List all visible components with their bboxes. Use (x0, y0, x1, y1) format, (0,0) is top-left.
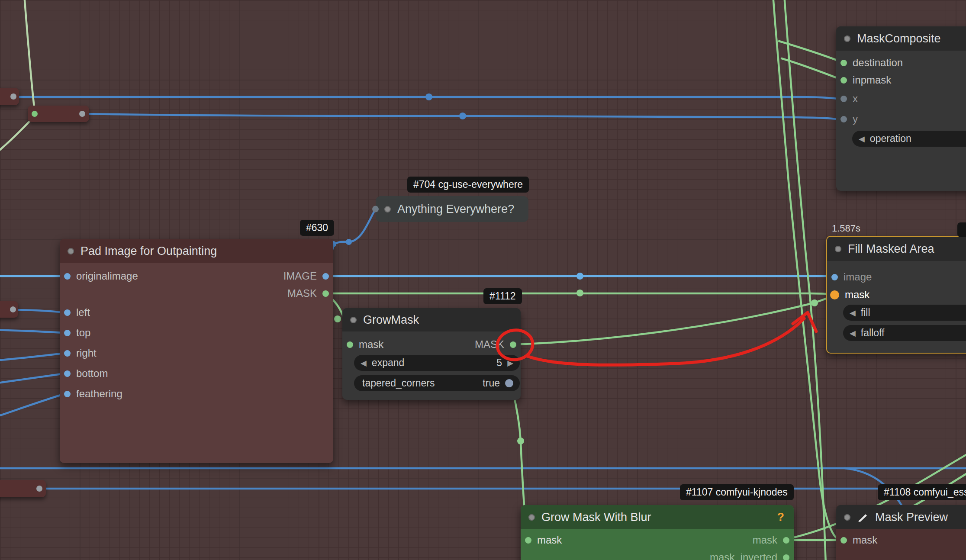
output-port-dot[interactable] (322, 273, 329, 280)
node-anything-everywhere[interactable]: Anything Everywhere? (376, 196, 528, 222)
input-port-dot[interactable] (64, 391, 71, 397)
node-id-badge: #1108 comfyui_ess (878, 484, 966, 500)
node-mask-composite[interactable]: MaskComposite destination inpmask x y ◀ … (836, 26, 966, 191)
link-dot[interactable] (425, 93, 432, 100)
wire-growmask-to-fill[interactable] (515, 295, 834, 344)
slot-input-x[interactable]: x (840, 93, 858, 105)
decrement-arrow-icon[interactable]: ◀ (361, 358, 367, 368)
output-port-dot[interactable] (783, 554, 789, 560)
input-port-dot[interactable] (840, 96, 847, 102)
collapsed-node-stub-1[interactable] (0, 88, 19, 105)
input-port-dot[interactable] (32, 111, 38, 117)
output-port-dot[interactable] (783, 537, 789, 544)
toggle-knob-icon[interactable] (505, 379, 513, 387)
slot-output-image[interactable]: IMAGE (283, 270, 329, 282)
input-port-dot[interactable] (840, 60, 847, 66)
node-titlebar[interactable]: Fill Masked Area (827, 237, 966, 261)
collapsed-node-stub-4[interactable] (0, 480, 46, 497)
slot-input-mask[interactable]: mask (525, 534, 562, 546)
input-port-dot[interactable] (347, 341, 353, 348)
node-title: Anything Everywhere? (397, 203, 514, 216)
link-dot[interactable] (334, 315, 341, 322)
node-titlebar[interactable]: GrowMask (342, 308, 521, 331)
node-grow-mask-with-blur[interactable]: Grow Mask With Blur ? mask mask mask_inv… (521, 505, 794, 560)
widget-falloff[interactable]: ◀ falloff (843, 325, 966, 341)
slot-input-destination[interactable]: destination (840, 57, 903, 69)
output-port-dot[interactable] (10, 93, 16, 100)
slot-input-mask[interactable]: mask (831, 289, 869, 301)
node-id-badge: #1107 comfyui-kjnodes (680, 484, 794, 500)
node-fill-masked-area[interactable]: Fill Masked Area image mask ◀ fill ◀ fal… (826, 236, 966, 354)
slot-output-mask[interactable]: MASK (287, 287, 329, 299)
slot-input-y[interactable]: y (840, 113, 858, 125)
output-port-dot[interactable] (36, 486, 42, 492)
widget-operation[interactable]: ◀ operation (852, 131, 966, 147)
slot-input-feathering[interactable]: feathering (64, 388, 122, 400)
collapsed-node-stub-3[interactable] (0, 301, 18, 318)
node-grow-mask[interactable]: GrowMask mask MASK ◀ expand 5 ▶ tapered_… (342, 308, 521, 400)
input-port-dot[interactable] (831, 274, 838, 280)
widget-tapered-corners[interactable]: tapered_corners true (354, 375, 520, 391)
slot-output-mask-inverted[interactable]: mask_inverted (710, 551, 789, 560)
output-port-dot[interactable] (10, 306, 16, 312)
link-dot[interactable] (576, 273, 583, 280)
node-titlebar[interactable]: Mask Preview (836, 505, 966, 529)
wire-left-input-3[interactable] (0, 353, 65, 360)
wire-left-input-4[interactable] (0, 373, 65, 383)
wire-palegreen-top[interactable] (24, 0, 35, 111)
wire-palegreen-exit[interactable] (0, 116, 35, 154)
node-mask-preview[interactable]: Mask Preview mask (836, 505, 966, 560)
slot-input-originalimage[interactable]: originalimage (64, 270, 138, 282)
wire-left-input-5[interactable] (0, 394, 65, 417)
link-dot[interactable] (459, 113, 466, 119)
node-titlebar[interactable]: MaskComposite (836, 26, 966, 51)
slot-output-mask[interactable]: mask (753, 534, 789, 546)
link-dot[interactable] (811, 299, 818, 306)
link-dot[interactable] (346, 239, 352, 245)
node-titlebar[interactable]: Grow Mask With Blur ? (521, 505, 794, 529)
wire-left-input-2[interactable] (0, 330, 65, 333)
node-pad-image-for-outpainting[interactable]: Pad Image for Outpainting originalimage … (60, 239, 333, 463)
input-port-dot[interactable] (840, 537, 847, 544)
slot-input-bottom[interactable]: bottom (64, 367, 108, 380)
node-title: MaskComposite (857, 32, 941, 45)
slot-input-top[interactable]: top (64, 327, 90, 339)
link-dot[interactable] (576, 290, 583, 296)
wire-left-input-1[interactable] (15, 310, 65, 312)
slot-output-mask[interactable]: MASK (475, 338, 516, 351)
output-port-dot[interactable] (510, 341, 516, 348)
input-port-dot[interactable] (64, 370, 71, 377)
output-port-dot[interactable] (79, 111, 85, 117)
output-port-dot[interactable] (322, 290, 329, 297)
slot-label: mask (537, 534, 562, 546)
input-port-dot[interactable] (64, 309, 71, 316)
slot-input-image[interactable]: image (831, 271, 872, 283)
decrement-arrow-icon[interactable]: ◀ (850, 328, 856, 338)
slot-input-inpmask[interactable]: inpmask (840, 74, 891, 86)
collapsed-node-stub-2[interactable] (28, 106, 89, 122)
node-editor-canvas[interactable]: MaskComposite destination inpmask x y ◀ … (0, 0, 966, 560)
input-port-dot[interactable] (840, 77, 847, 84)
widget-expand[interactable]: ◀ expand 5 ▶ (354, 355, 520, 371)
input-port-dot[interactable] (64, 350, 71, 357)
input-port-dot[interactable] (64, 273, 71, 280)
node-titlebar[interactable]: Pad Image for Outpainting (60, 239, 333, 263)
input-port-dot-highlighted[interactable] (830, 290, 839, 299)
input-port-dot[interactable] (372, 206, 379, 212)
widget-fill[interactable]: ◀ fill (843, 305, 966, 321)
slot-label: MASK (475, 338, 504, 351)
decrement-arrow-icon[interactable]: ◀ (859, 134, 865, 144)
slot-input-mask[interactable]: mask (347, 338, 383, 351)
slot-label: mask (853, 534, 877, 546)
slot-input-left[interactable]: left (64, 306, 90, 319)
input-port-dot[interactable] (525, 537, 531, 544)
slot-input-mask[interactable]: mask (840, 534, 877, 546)
input-port-dot[interactable] (840, 116, 847, 122)
slot-input-right[interactable]: right (64, 347, 97, 359)
help-icon[interactable]: ? (777, 511, 785, 524)
increment-arrow-icon[interactable]: ▶ (507, 358, 513, 368)
input-port-dot[interactable] (64, 330, 71, 336)
wire-x-link[interactable] (0, 97, 841, 99)
link-dot[interactable] (517, 438, 524, 444)
decrement-arrow-icon[interactable]: ◀ (850, 308, 856, 318)
